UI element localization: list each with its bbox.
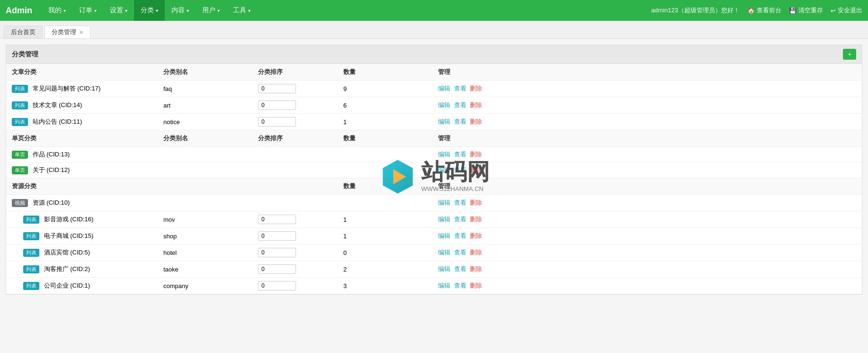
- category-name: 电子商城 (CID:15): [44, 232, 94, 239]
- nav-item-user[interactable]: 用户 ▾: [196, 0, 226, 21]
- clear-cache-button[interactable]: 💾 清空重存: [789, 6, 823, 15]
- view-button[interactable]: 查看: [454, 232, 466, 239]
- edit-button[interactable]: 编辑: [438, 199, 450, 206]
- nav-item-category[interactable]: 分类 ▾: [134, 0, 165, 21]
- badge-list: 列表: [23, 216, 39, 224]
- caret-icon: ▾: [248, 8, 251, 13]
- home-icon: 🏠: [747, 7, 755, 14]
- sort-input[interactable]: [258, 117, 296, 127]
- delete-button[interactable]: 删除: [470, 199, 482, 206]
- nav-item-mine[interactable]: 我的 ▾: [42, 0, 72, 21]
- caret-icon: ▾: [63, 8, 66, 13]
- nav-right: admin123（超级管理员）您好！ 🏠 查看前台 💾 清空重存 ↩ 安全退出: [651, 6, 862, 15]
- badge-list: 列表: [23, 265, 39, 273]
- badge-list: 列表: [12, 101, 28, 109]
- view-button[interactable]: 查看: [454, 101, 466, 109]
- edit-button[interactable]: 编辑: [438, 118, 450, 125]
- table-row: 列表 淘客推广 (CID:2) taoke 2 编辑 查看 删除: [6, 261, 862, 278]
- sort-input[interactable]: [258, 215, 296, 224]
- delete-button[interactable]: 删除: [470, 265, 482, 272]
- sort-input[interactable]: [258, 264, 296, 274]
- delete-button[interactable]: 删除: [470, 166, 482, 173]
- category-name: 站内公告 (CID:11): [33, 118, 82, 125]
- view-button[interactable]: 查看: [454, 265, 466, 272]
- category-name: 常见问题与解答 (CID:17): [33, 85, 101, 92]
- nav-menu: 我的 ▾ 订单 ▾ 设置 ▾ 分类 ▾ 内容 ▾ 用户 ▾ 工具 ▾: [42, 0, 651, 21]
- badge-list: 列表: [23, 249, 39, 257]
- delete-button[interactable]: 删除: [470, 118, 482, 125]
- sort-input[interactable]: [258, 231, 296, 241]
- table-row: 列表 电子商城 (CID:15) shop 1 编辑 查看 删除: [6, 228, 862, 244]
- edit-button[interactable]: 编辑: [438, 282, 450, 289]
- resource-group-header: 资源分类 数量 管理: [6, 178, 862, 195]
- frontend-link[interactable]: 🏠 查看前台: [747, 6, 781, 15]
- table-row: 视频 资源 (CID:10) 编辑 查看 删除: [6, 195, 862, 211]
- view-button[interactable]: 查看: [454, 85, 466, 92]
- main-content: 分类管理 + 文章分类 分类别名 分类排序 数量 管理 列表 常见问题与解答 (…: [0, 39, 868, 305]
- user-info: admin123（超级管理员）您好！: [651, 6, 740, 15]
- edit-button[interactable]: 编辑: [438, 85, 450, 92]
- delete-button[interactable]: 删除: [470, 282, 482, 289]
- edit-button[interactable]: 编辑: [438, 151, 450, 158]
- badge-list: 列表: [12, 118, 28, 126]
- view-button[interactable]: 查看: [454, 166, 466, 173]
- table-row: 列表 常见问题与解答 (CID:17) faq 9 编辑 查看 删除: [6, 81, 862, 97]
- delete-button[interactable]: 删除: [470, 249, 482, 256]
- tab-close-icon[interactable]: ✕: [79, 29, 83, 36]
- table-row: 列表 影音游戏 (CID:16) mov 1 编辑 查看 删除: [6, 211, 862, 228]
- nav-item-content[interactable]: 内容 ▾: [165, 0, 196, 21]
- brand-logo: Admin: [6, 6, 32, 16]
- edit-button[interactable]: 编辑: [438, 265, 450, 272]
- view-button[interactable]: 查看: [454, 118, 466, 125]
- nav-item-tools[interactable]: 工具 ▾: [226, 0, 257, 21]
- category-name: 关于 (CID:12): [33, 166, 70, 173]
- view-button[interactable]: 查看: [454, 249, 466, 256]
- badge-list: 列表: [23, 232, 39, 240]
- tabs-bar: 后台首页 分类管理 ✕: [0, 21, 868, 39]
- tab-home[interactable]: 后台首页: [4, 26, 43, 38]
- caret-icon: ▾: [156, 8, 158, 13]
- edit-button[interactable]: 编辑: [438, 216, 450, 223]
- nav-item-settings[interactable]: 设置 ▾: [103, 0, 134, 21]
- table-row: 列表 公司企业 (CID:1) company 3 编辑 查看 删除: [6, 278, 862, 294]
- category-name: 酒店宾馆 (CID:5): [44, 249, 90, 256]
- delete-button[interactable]: 删除: [470, 232, 482, 239]
- view-button[interactable]: 查看: [454, 282, 466, 289]
- caret-icon: ▾: [217, 8, 220, 13]
- sort-input[interactable]: [258, 100, 296, 110]
- edit-button[interactable]: 编辑: [438, 249, 450, 256]
- view-button[interactable]: 查看: [454, 199, 466, 206]
- delete-button[interactable]: 删除: [470, 216, 482, 223]
- nav-item-order[interactable]: 订单 ▾: [72, 0, 103, 21]
- badge-single: 单页: [12, 151, 28, 159]
- delete-button[interactable]: 删除: [470, 85, 482, 92]
- logout-button[interactable]: ↩ 安全退出: [831, 6, 862, 15]
- article-group-header: 文章分类 分类别名 分类排序 数量 管理: [6, 64, 862, 81]
- table-row: 单页 关于 (CID:12) 编辑 查看 删除: [6, 163, 862, 178]
- sort-input[interactable]: [258, 84, 296, 93]
- sort-input[interactable]: [258, 281, 296, 290]
- badge-single: 单页: [12, 166, 28, 174]
- badge-list: 列表: [23, 282, 39, 290]
- caret-icon: ▾: [187, 8, 189, 13]
- badge-list: 列表: [12, 85, 28, 93]
- view-button[interactable]: 查看: [454, 151, 466, 158]
- delete-button[interactable]: 删除: [470, 151, 482, 158]
- caret-icon: ▾: [125, 8, 127, 13]
- badge-resource: 视频: [12, 199, 28, 207]
- tab-category[interactable]: 分类管理 ✕: [45, 26, 90, 38]
- edit-button[interactable]: 编辑: [438, 166, 450, 173]
- edit-button[interactable]: 编辑: [438, 101, 450, 109]
- table-row: 列表 酒店宾馆 (CID:5) hotel 0 编辑 查看 删除: [6, 244, 862, 261]
- edit-button[interactable]: 编辑: [438, 232, 450, 239]
- delete-button[interactable]: 删除: [470, 101, 482, 109]
- single-group-header: 单页分类 分类别名 分类排序 数量 管理: [6, 130, 862, 147]
- view-button[interactable]: 查看: [454, 216, 466, 223]
- sort-input[interactable]: [258, 248, 296, 257]
- table-row: 列表 站内公告 (CID:11) notice 1 编辑 查看 删除: [6, 114, 862, 130]
- table-row: 单页 作品 (CID:13) 编辑 查看 删除: [6, 147, 862, 163]
- category-name: 淘客推广 (CID:2): [44, 265, 90, 272]
- add-category-button[interactable]: +: [843, 49, 856, 60]
- top-nav: Admin 我的 ▾ 订单 ▾ 设置 ▾ 分类 ▾ 内容 ▾ 用户 ▾ 工具 ▾: [0, 0, 868, 21]
- category-name: 作品 (CID:13): [33, 151, 70, 158]
